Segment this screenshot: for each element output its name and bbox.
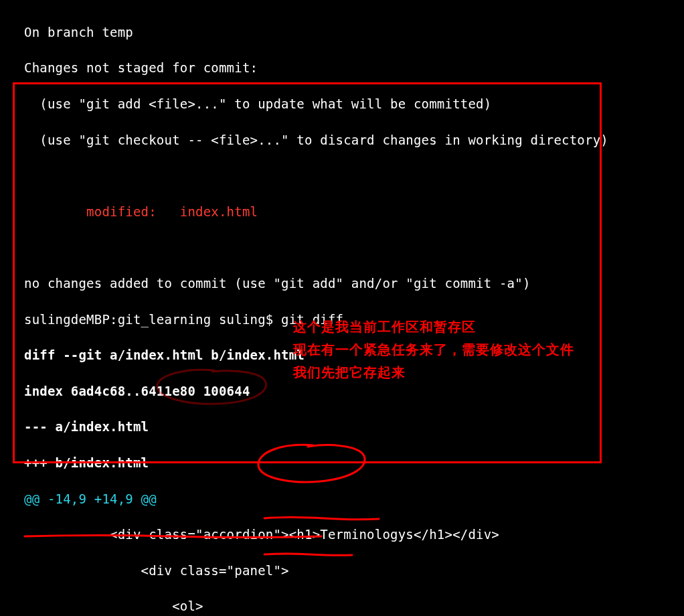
- diff-minus: --- a/index.html: [24, 418, 684, 436]
- status-nochanges: no changes added to commit (use "git add…: [24, 275, 684, 293]
- diff-hunk: @@ -14,9 +14,9 @@: [24, 490, 684, 508]
- diff-ctx: <ol>: [24, 597, 684, 615]
- status-notstaged: Changes not staged for commit:: [24, 59, 684, 77]
- diff-ctx: <div class="panel">: [24, 562, 684, 580]
- blank-line: [24, 238, 684, 256]
- status-modified: modified: index.html: [24, 203, 684, 221]
- diff-plus: +++ b/index.html: [24, 454, 684, 472]
- blank-line: [24, 167, 684, 185]
- prompt: sulingdeMBP:git_learning suling$: [24, 312, 281, 327]
- diff-header2: index 6ad4c68..6411e80 100644: [24, 382, 684, 400]
- status-hint-co: (use "git checkout -- <file>..." to disc…: [24, 131, 684, 149]
- diff-ctx: <div class="accordion"><h1>Terminologys<…: [24, 526, 684, 544]
- annotation-text: 这个是我当前工作区和暂存区 现在有一个紧急任务来了，需要修改这个文件 我们先把它…: [293, 293, 574, 384]
- status-hint-add: (use "git add <file>..." to update what …: [24, 95, 684, 113]
- annotation-line: 这个是我当前工作区和暂存区: [293, 319, 476, 334]
- annotation-line: 我们先把它存起来: [293, 365, 406, 380]
- status-branch: On branch temp: [24, 23, 684, 42]
- annotation-line: 现在有一个紧急任务来了，需要修改这个文件: [293, 342, 574, 357]
